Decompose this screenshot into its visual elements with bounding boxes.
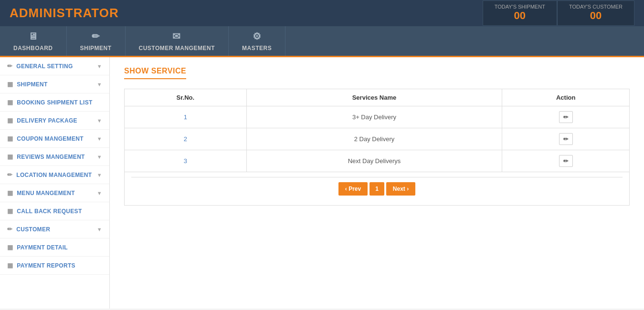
sidebar-item-booking-shipment-list[interactable]: ▦ BOOKING SHIPMENT LIST ▼	[0, 93, 109, 112]
customer-mgmt-icon: ✉	[172, 31, 181, 42]
cell-srno: 2	[125, 128, 247, 150]
cell-service-name: 3+ Day Delivery	[246, 106, 502, 128]
chevron-down-icon: ▼	[97, 190, 102, 196]
header-stats: TODAY'S SHIPMENT 00 TODAY'S CUSTOMER 00	[483, 0, 634, 25]
general-setting-icon: ✏	[7, 62, 12, 70]
prev-button[interactable]: ‹ Prev	[338, 182, 368, 196]
col-action: Action	[502, 89, 630, 106]
col-srno: Sr.No.	[125, 89, 247, 106]
sidebar-label-delivery-package: DELIVERY PACKAGE	[17, 117, 77, 124]
main-content: SHOW SERVICE Sr.No. Services Name Action…	[110, 57, 644, 309]
section-title: SHOW SERVICE	[124, 67, 186, 79]
nav-label-shipment: SHIPMENT	[80, 45, 112, 52]
cell-srno: 3	[125, 150, 247, 172]
edit-button[interactable]: ✏	[559, 155, 573, 167]
location-management-icon: ✏	[7, 171, 12, 178]
sidebar-label-payment-detail: PAYMENT DETAIL	[17, 244, 68, 251]
payment-reports-icon: ▦	[7, 262, 13, 269]
nav-bar: 🖥 DASHBOARD ✏ SHIPMENT ✉ CUSTOMER MANGEM…	[0, 26, 644, 57]
cell-srno: 1	[125, 106, 247, 128]
customer-stat-label: TODAY'S CUSTOMER	[569, 4, 623, 10]
sidebar: ✏ GENERAL SETTING ▼ ▦ SHIPMENT ▼ ▦ BOOKI…	[0, 57, 110, 309]
sidebar-label-coupon-management: COUPON MANGEMENT	[17, 135, 83, 142]
sidebar-label-reviews-management: REVIEWS MANGEMENT	[17, 154, 84, 160]
services-table: Sr.No. Services Name Action 1 3+ Day Del…	[124, 89, 630, 206]
shipment-icon: ▦	[7, 81, 13, 88]
nav-item-dashboard[interactable]: 🖥 DASHBOARD	[0, 26, 67, 56]
sidebar-item-payment-reports[interactable]: ▦ PAYMENT REPORTS ▼	[0, 257, 109, 275]
customer-icon: ✏	[7, 226, 12, 233]
nav-item-masters[interactable]: ⚙ MASTERS	[229, 26, 285, 56]
chevron-down-icon: ▼	[97, 136, 102, 142]
layout: ✏ GENERAL SETTING ▼ ▦ SHIPMENT ▼ ▦ BOOKI…	[0, 57, 644, 309]
shipment-stat: TODAY'S SHIPMENT 00	[483, 0, 557, 25]
table-row: 1 3+ Day Delivery ✏	[125, 106, 630, 128]
sidebar-label-call-back-request: CALL BACK REQUEST	[17, 208, 82, 215]
sidebar-label-menu-management: MENU MANGEMENT	[17, 190, 75, 196]
col-service-name: Services Name	[246, 89, 502, 106]
reviews-management-icon: ▦	[7, 153, 13, 160]
delivery-package-icon: ▦	[7, 117, 13, 124]
chevron-down-icon: ▼	[97, 172, 102, 178]
booking-shipment-list-icon: ▦	[7, 99, 13, 106]
sidebar-item-shipment[interactable]: ▦ SHIPMENT ▼	[0, 75, 109, 93]
nav-label-dashboard: DASHBOARD	[13, 45, 53, 52]
sidebar-item-delivery-package[interactable]: ▦ DELIVERY PACKAGE ▼	[0, 112, 109, 130]
top-header: ADMINISTRATOR TODAY'S SHIPMENT 00 TODAY'…	[0, 0, 644, 26]
chevron-down-icon: ▼	[97, 82, 102, 87]
table-row: 2 2 Day Delivery ✏	[125, 128, 630, 150]
customer-stat-value: 00	[569, 10, 623, 22]
cell-service-name: 2 Day Delivery	[246, 128, 502, 150]
cell-action: ✏	[502, 106, 630, 128]
customer-stat: TODAY'S CUSTOMER 00	[557, 0, 634, 25]
sidebar-label-booking-shipment-list: BOOKING SHIPMENT LIST	[17, 99, 92, 106]
sidebar-label-customer: CUSTOMER	[16, 226, 50, 233]
next-button[interactable]: Next ›	[386, 182, 415, 196]
sidebar-item-reviews-management[interactable]: ▦ REVIEWS MANGEMENT ▼	[0, 148, 109, 166]
sidebar-label-location-management: LOCATION MANAGEMENT	[16, 172, 92, 178]
shipment-stat-value: 00	[495, 10, 545, 22]
nav-item-customer-management[interactable]: ✉ CUSTOMER MANGEMENT	[126, 26, 229, 56]
sidebar-item-customer[interactable]: ✏ CUSTOMER ▼	[0, 220, 109, 238]
edit-button[interactable]: ✏	[559, 111, 573, 123]
chevron-down-icon: ▼	[97, 154, 102, 160]
chevron-down-icon: ▼	[97, 227, 102, 232]
sidebar-label-general-setting: GENERAL SETTING	[16, 63, 73, 70]
nav-item-shipment[interactable]: ✏ SHIPMENT	[67, 26, 126, 56]
sidebar-item-general-setting[interactable]: ✏ GENERAL SETTING ▼	[0, 57, 109, 75]
sidebar-label-payment-reports: PAYMENT REPORTS	[17, 262, 75, 269]
page-number-button[interactable]: 1	[370, 182, 384, 196]
masters-icon: ⚙	[253, 31, 262, 42]
sidebar-label-shipment: SHIPMENT	[17, 81, 47, 88]
chevron-down-icon: ▼	[97, 63, 102, 69]
shipment-stat-label: TODAY'S SHIPMENT	[495, 4, 545, 10]
nav-label-masters: MASTERS	[242, 45, 272, 52]
shipment-icon: ✏	[92, 31, 100, 42]
cell-action: ✏	[502, 128, 630, 150]
table-row: 3 Next Day Deliverys ✏	[125, 150, 630, 172]
sidebar-item-menu-management[interactable]: ▦ MENU MANGEMENT ▼	[0, 184, 109, 202]
pagination: ‹ Prev 1 Next ›	[131, 177, 623, 200]
coupon-management-icon: ▦	[7, 135, 13, 142]
sidebar-item-call-back-request[interactable]: ▦ CALL BACK REQUEST ▼	[0, 202, 109, 220]
dashboard-icon: 🖥	[28, 31, 38, 42]
menu-management-icon: ▦	[7, 189, 13, 196]
call-back-request-icon: ▦	[7, 207, 13, 215]
nav-label-customer-mgmt: CUSTOMER MANGEMENT	[139, 45, 215, 52]
app-title: ADMINISTRATOR	[10, 6, 119, 21]
payment-detail-icon: ▦	[7, 244, 13, 251]
edit-button[interactable]: ✏	[559, 133, 573, 145]
sidebar-item-coupon-management[interactable]: ▦ COUPON MANGEMENT ▼	[0, 130, 109, 148]
cell-service-name: Next Day Deliverys	[246, 150, 502, 172]
cell-action: ✏	[502, 150, 630, 172]
chevron-down-icon: ▼	[97, 118, 102, 124]
sidebar-item-location-management[interactable]: ✏ LOCATION MANAGEMENT ▼	[0, 166, 109, 184]
sidebar-item-payment-detail[interactable]: ▦ PAYMENT DETAIL ▼	[0, 238, 109, 257]
